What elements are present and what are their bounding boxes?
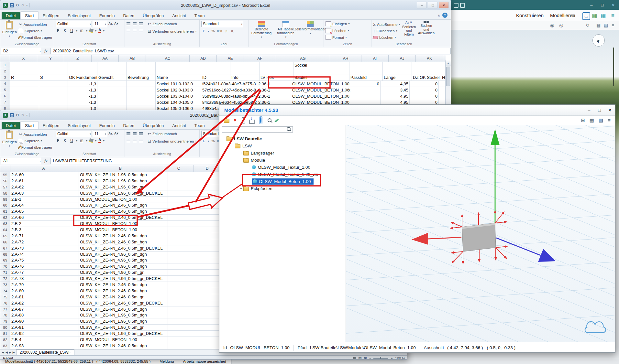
row-header-82[interactable]: 82 bbox=[0, 337, 10, 343]
cell-X3[interactable]: R bbox=[10, 74, 39, 80]
cell-B67[interactable]: OLSW_KH_ZE-I-N_2.46_0.5m_gr_DECKEL bbox=[79, 245, 168, 252]
wrap-text-button[interactable]: ↩Zeilenumbruch bbox=[148, 131, 177, 137]
cell-styles-button[interactable]: Zellenformatvorlagen▾ bbox=[299, 21, 322, 42]
row-header-69[interactable]: 69 bbox=[0, 257, 10, 263]
row-header-74[interactable]: 74 bbox=[0, 288, 10, 294]
collapse-toggle[interactable]: − bbox=[230, 144, 235, 148]
row-header-7[interactable]: 7 bbox=[0, 99, 10, 105]
ribbon-tab-überprüfen[interactable]: Überprüfen bbox=[138, 12, 168, 19]
font-name-select[interactable]: Calibri▾ bbox=[56, 131, 92, 137]
row-header-57[interactable]: 57 bbox=[0, 184, 10, 190]
grow-font-button[interactable]: A▴ bbox=[108, 21, 113, 26]
cell-Y4[interactable] bbox=[39, 81, 68, 87]
column-header-A[interactable]: A bbox=[10, 165, 77, 172]
row-header-58[interactable]: 58 bbox=[0, 190, 10, 197]
table-toggle-icon[interactable]: ▦ bbox=[590, 117, 594, 123]
cell-Y2[interactable] bbox=[39, 68, 68, 74]
cell-B68[interactable]: OLSW_KH_ZE-I-N_4.96_0.5m_dgn bbox=[79, 252, 168, 258]
ribbon-tab-daten[interactable]: Daten bbox=[119, 122, 138, 129]
cell-A83[interactable]: 2.A-93 bbox=[10, 343, 79, 349]
cell-A82[interactable]: 2.B-4 bbox=[10, 337, 79, 343]
cell-A76[interactable]: 2.A-82 bbox=[10, 300, 79, 306]
expand-toggle[interactable]: + bbox=[239, 187, 243, 190]
row-header-56[interactable]: 56 bbox=[0, 178, 10, 184]
cell-B71[interactable]: OLSW_KH_ZE-I-N_4.96_0.5m_gr bbox=[79, 270, 168, 276]
cell-C71[interactable] bbox=[168, 270, 199, 276]
fx-icon[interactable]: fx bbox=[42, 48, 49, 54]
collapse-toggle[interactable]: − bbox=[239, 158, 243, 162]
ribbon-tab-team[interactable]: Team bbox=[190, 122, 209, 129]
row-header-73[interactable]: 73 bbox=[0, 282, 10, 288]
cell-C56[interactable] bbox=[168, 178, 199, 184]
column-header-AJ[interactable]: AJ bbox=[389, 55, 416, 62]
cell-AJ1[interactable] bbox=[412, 62, 441, 68]
cell-A55[interactable]: 2.A-60 bbox=[10, 172, 79, 178]
currency-button[interactable]: € bbox=[201, 28, 206, 34]
cell-C65[interactable] bbox=[168, 233, 199, 239]
cell-AF6[interactable]: 2.36-1 bbox=[257, 93, 291, 99]
cell-B81[interactable]: OLSW_KH_ZE-I-N_1.96_0.5m_gr_DECKEL bbox=[79, 331, 168, 337]
cell-AG1[interactable]: Sockel bbox=[293, 62, 349, 68]
italic-button[interactable]: K bbox=[62, 138, 67, 143]
decrease-decimal-button[interactable]: 0, bbox=[230, 28, 235, 34]
cell-C61[interactable] bbox=[168, 209, 199, 215]
hamburger-icon[interactable]: ≡ bbox=[572, 13, 575, 18]
group-label-clipboard[interactable]: Zwischenablage bbox=[0, 152, 54, 157]
cell-A78[interactable]: 2.A-88 bbox=[10, 312, 79, 318]
font-name-select[interactable]: Calibri▾ bbox=[56, 21, 92, 27]
borders-button[interactable]: ⊞ bbox=[79, 28, 84, 33]
cell-B70[interactable]: OLSW_KH_ZE-I-N_4.96_0.5m_hgn bbox=[79, 263, 168, 270]
column-header-AD[interactable]: AD bbox=[190, 55, 217, 62]
cell-B63[interactable]: OLSW_MODUL_BETON_1.00 bbox=[79, 221, 168, 227]
cell-B78[interactable]: OLSW_KH_ZE-I-N_1.96_0.5m_dgn bbox=[79, 312, 168, 318]
save-icon[interactable] bbox=[10, 113, 14, 117]
cell-C64[interactable] bbox=[168, 227, 199, 233]
cell-A72[interactable]: 2.A-78 bbox=[10, 276, 79, 282]
cell-A62[interactable]: 2.A-66 bbox=[10, 215, 79, 221]
cell-B73[interactable]: OLSW_KH_ZE-I-N_2.46_0.5m_dgn bbox=[79, 282, 168, 288]
cell-B72[interactable]: OLSW_KH_ZE-I-N_4.96_0.5m_gr_DECKEL bbox=[79, 276, 168, 282]
name-box[interactable]: B2▾ bbox=[1, 48, 41, 54]
cell-B79[interactable]: OLSW_KH_ZE-I-N_1.96_0.5m_hgn bbox=[79, 318, 168, 325]
copy-button[interactable]: Kopieren ▾ bbox=[19, 28, 52, 34]
search-input[interactable] bbox=[222, 126, 293, 133]
viewport-3d[interactable] bbox=[346, 125, 615, 342]
paste-button[interactable]: Einfügen▾ bbox=[2, 131, 17, 152]
redo-icon[interactable]: ↻ bbox=[21, 3, 24, 7]
cell-B83[interactable]: OLSW_KH_ZE-I-N_2.46_0.5m_dgn bbox=[79, 343, 168, 349]
row-header-80[interactable]: 80 bbox=[0, 325, 10, 331]
cell-A79[interactable]: 2.A-90 bbox=[10, 318, 79, 325]
cell-Y7[interactable] bbox=[39, 99, 68, 105]
cell-C62[interactable] bbox=[168, 215, 199, 221]
cell-Z4[interactable]: -1,3 bbox=[68, 81, 97, 87]
list-view-icon[interactable]: ≡ bbox=[612, 23, 614, 28]
grid-view-icon[interactable]: ▦ bbox=[596, 23, 601, 28]
cell-A71[interactable]: 2.A-77 bbox=[10, 270, 79, 276]
cell-AD4[interactable]: f624b021-80a3-48e7-b275-8 bbox=[201, 81, 257, 87]
cell-AE1[interactable] bbox=[230, 62, 260, 68]
select-all-corner[interactable] bbox=[0, 165, 10, 172]
cell-Y3[interactable]: S bbox=[39, 74, 68, 80]
cell-A73[interactable]: 2.A-79 bbox=[10, 282, 79, 288]
row-header-79[interactable]: 79 bbox=[0, 318, 10, 325]
tree-item-lsw-bauteile[interactable]: −LSW Bauteile bbox=[219, 135, 346, 142]
cell-C63[interactable] bbox=[168, 221, 199, 227]
zoom-button[interactable] bbox=[268, 118, 271, 122]
tree-item-lsw[interactable]: −LSW bbox=[219, 142, 346, 149]
cell-A64[interactable]: 2.B-3 bbox=[10, 227, 79, 233]
ribbon-tab-einfügen[interactable]: Einfügen bbox=[39, 12, 63, 19]
close-button[interactable]: × bbox=[609, 108, 611, 113]
ribbon-tab-datei[interactable]: Datei bbox=[2, 122, 20, 129]
cell-AJ4[interactable]: 0 bbox=[410, 81, 439, 87]
column-header-AK[interactable]: AK bbox=[416, 55, 443, 62]
sheet-tab[interactable]: 20200302_Bauteilliste_LSWF bbox=[16, 349, 74, 355]
row-header-2[interactable]: 2 bbox=[0, 68, 10, 74]
cell-AJ5[interactable]: 0 bbox=[410, 87, 439, 93]
export-button[interactable] bbox=[249, 120, 255, 124]
tree-item-olsw-modul-beton-1-00[interactable]: OLSW_Modul_Beton_1.00 bbox=[219, 178, 346, 185]
cell-AC6[interactable]: Sockel 103.0-104.0 bbox=[156, 93, 201, 99]
cell-AI2[interactable] bbox=[383, 68, 412, 74]
row-header-67[interactable]: 67 bbox=[0, 245, 10, 252]
cell-Y1[interactable] bbox=[39, 62, 68, 68]
align-bottom-button[interactable] bbox=[139, 22, 143, 25]
